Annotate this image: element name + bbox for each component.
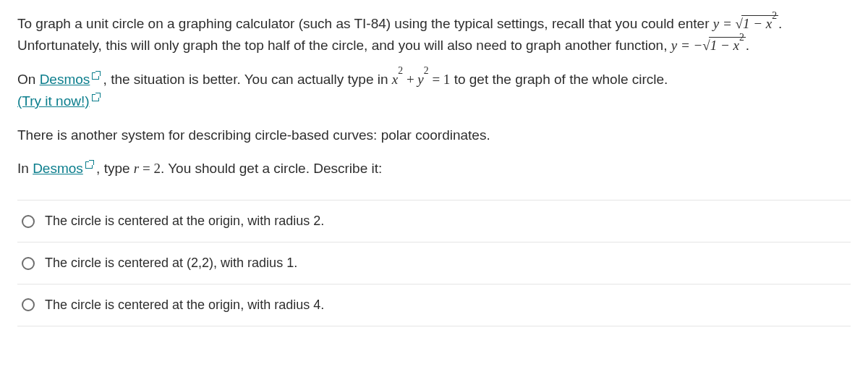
external-link-icon xyxy=(85,161,93,169)
radio-icon xyxy=(22,257,35,270)
external-link-icon xyxy=(92,72,99,80)
paragraph-2: On Desmos , the situation is better. You… xyxy=(17,69,851,113)
try-it-now-link[interactable]: (Try it now!) xyxy=(17,93,99,109)
text: . You should get a circle. Describe it: xyxy=(161,161,382,176)
text: To graph a unit circle on a graphing cal… xyxy=(17,16,713,31)
paragraph-3: There is another system for describing c… xyxy=(17,125,851,146)
option-label: The circle is centered at the origin, wi… xyxy=(45,211,324,232)
option-label: The circle is centered at the origin, wi… xyxy=(45,295,324,316)
text: , type xyxy=(93,161,134,176)
sqrt-icon: 1 − x2 xyxy=(702,35,746,56)
option-2[interactable]: The circle is centered at (2,2), with ra… xyxy=(17,242,851,284)
equation-y-top: y = 1 − x2 xyxy=(713,16,778,31)
radio-icon xyxy=(22,298,35,311)
external-link-icon xyxy=(92,94,99,101)
option-1[interactable]: The circle is centered at the origin, wi… xyxy=(17,201,851,242)
option-3[interactable]: The circle is centered at the origin, wi… xyxy=(17,284,851,326)
text: . xyxy=(746,38,749,53)
text: , the situation is better. You can actua… xyxy=(99,72,392,87)
desmos-link-2[interactable]: Desmos xyxy=(33,161,93,176)
radio-icon xyxy=(22,215,35,228)
equation-y-bottom: y = −1 − x2 xyxy=(671,38,746,53)
equation-circle: x2 + y2 = 1 xyxy=(392,72,451,87)
text: In xyxy=(17,161,33,176)
text: to get the graph of the whole circle. xyxy=(450,72,668,87)
answer-options: The circle is centered at the origin, wi… xyxy=(17,200,851,326)
option-label: The circle is centered at (2,2), with ra… xyxy=(45,253,297,274)
paragraph-1: To graph a unit circle on a graphing cal… xyxy=(17,13,851,57)
text: On xyxy=(17,72,40,87)
equation-polar: r = 2 xyxy=(134,161,161,176)
paragraph-4: In Desmos , type r = 2. You should get a… xyxy=(17,158,851,180)
desmos-link[interactable]: Desmos xyxy=(40,72,100,87)
